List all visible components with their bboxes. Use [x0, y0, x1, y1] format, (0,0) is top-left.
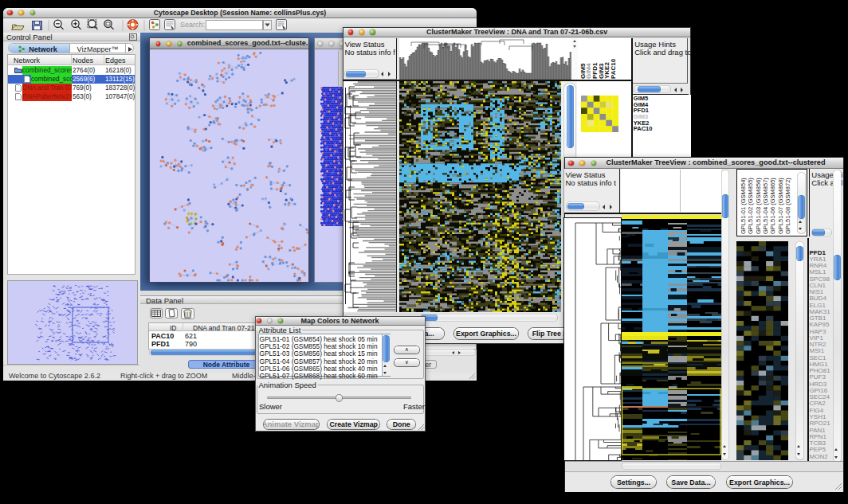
svg-text:Search:: Search: [180, 21, 205, 29]
